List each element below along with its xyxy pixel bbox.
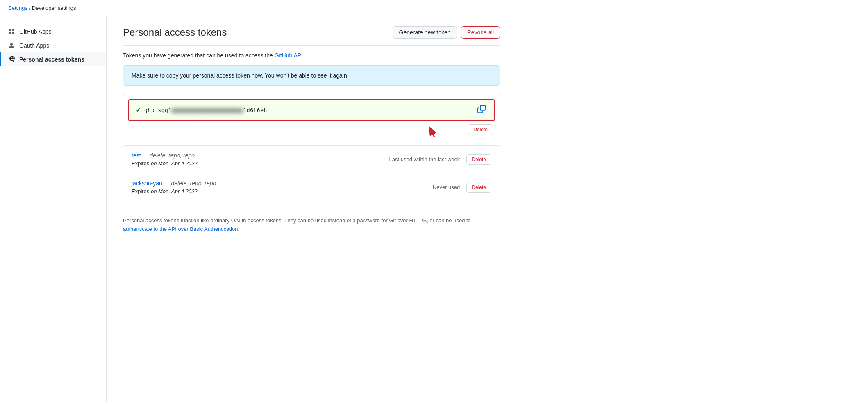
table-row: jackson-yan — delete_repo, repo Expires …: [123, 173, 500, 201]
generate-new-token-button[interactable]: Generate new token: [393, 26, 457, 39]
page-title: Personal access tokens: [123, 27, 227, 38]
token-box-delete-button[interactable]: Delete: [468, 124, 493, 135]
breadcrumb: Settings / Developer settings: [0, 0, 868, 16]
token-used-label-jackson-yan: Never used: [433, 184, 460, 190]
token-actions-jackson-yan: Never used Delete: [433, 182, 491, 193]
token-used-label-test: Last used within the last week: [389, 156, 460, 162]
sidebar-item-oauth-apps-label: Oauth Apps: [19, 42, 49, 49]
authenticate-api-link[interactable]: authenticate to the API over Basic Authe…: [123, 226, 238, 232]
token-copy-row: ✓ ghp_sgq1●●●●●●●●●●●●●●●●●●●●●1d6l6eh: [128, 99, 495, 121]
alert-text: Make sure to copy your personal access t…: [132, 72, 349, 79]
token-list: test — delete_repo, repo Expires on Mon,…: [123, 145, 500, 201]
token-scopes-jackson-yan: delete_repo, repo: [171, 180, 216, 187]
grid-icon: [8, 28, 15, 35]
description-text: Tokens you have generated that can be us…: [123, 52, 500, 59]
token-expires-test: Expires on Mon, Apr 4 2022.: [132, 160, 389, 167]
token-check-icon: ✓: [136, 106, 141, 114]
token-name-line-jackson-yan: jackson-yan — delete_repo, repo: [132, 180, 433, 187]
main-content: Personal access tokens Generate new toke…: [107, 16, 516, 402]
github-api-link[interactable]: GitHub API: [275, 52, 303, 59]
revoke-all-button[interactable]: Revoke all: [461, 26, 500, 39]
token-name-test[interactable]: test: [132, 152, 141, 159]
token-delete-button-test[interactable]: Delete: [466, 154, 491, 165]
token-expires-jackson-yan: Expires on Mon, Apr 4 2022.: [132, 188, 433, 194]
token-info-jackson-yan: jackson-yan — delete_repo, repo Expires …: [132, 180, 433, 194]
svg-rect-2: [9, 32, 11, 34]
token-box-delete-row: Delete: [123, 124, 500, 137]
header-divider: [123, 45, 500, 46]
header-buttons: Generate new token Revoke all: [393, 26, 500, 39]
breadcrumb-current: Developer settings: [32, 5, 76, 11]
svg-rect-3: [12, 32, 14, 34]
token-box: ✓ ghp_sgq1●●●●●●●●●●●●●●●●●●●●●1d6l6eh: [123, 94, 500, 137]
copy-token-button[interactable]: [476, 104, 487, 116]
person-icon: [8, 42, 15, 49]
breadcrumb-separator: /: [29, 5, 32, 11]
svg-point-4: [10, 43, 13, 46]
svg-rect-1: [12, 29, 14, 31]
sidebar-item-github-apps-label: GitHub Apps: [19, 28, 52, 35]
footer-text-2: .: [238, 226, 239, 232]
token-actions-test: Last used within the last week Delete: [389, 154, 491, 165]
token-name-jackson-yan[interactable]: jackson-yan: [132, 180, 162, 187]
key-icon: [8, 56, 15, 63]
token-scope-separator-jackson-yan: —: [164, 180, 171, 187]
token-scope-separator-test: —: [142, 152, 150, 159]
page-header: Personal access tokens Generate new toke…: [123, 26, 500, 39]
token-copy-wrapper: ✓ ghp_sgq1●●●●●●●●●●●●●●●●●●●●●1d6l6eh: [123, 99, 500, 121]
sidebar-item-oauth-apps[interactable]: Oauth Apps: [0, 39, 106, 52]
settings-link[interactable]: Settings: [8, 5, 27, 11]
token-name-line-test: test — delete_repo, repo: [132, 152, 389, 159]
sidebar-item-github-apps[interactable]: GitHub Apps: [0, 25, 106, 39]
token-scopes-test: delete_repo, repo: [150, 152, 195, 159]
sidebar-item-personal-access-tokens-label: Personal access tokens: [19, 56, 84, 63]
footer-divider: [123, 210, 500, 210]
footer-text: Personal access tokens function like ord…: [123, 217, 500, 234]
sidebar: GitHub Apps Oauth Apps Personal access t…: [0, 16, 107, 402]
sidebar-item-personal-access-tokens[interactable]: Personal access tokens: [0, 52, 106, 66]
token-info-test: test — delete_repo, repo Expires on Mon,…: [132, 152, 389, 167]
svg-rect-0: [9, 29, 11, 31]
token-value-display: ghp_sgq1●●●●●●●●●●●●●●●●●●●●●1d6l6eh: [144, 107, 473, 113]
alert-info: Make sure to copy your personal access t…: [123, 65, 500, 86]
token-delete-button-jackson-yan[interactable]: Delete: [466, 182, 491, 193]
table-row: test — delete_repo, repo Expires on Mon,…: [123, 146, 500, 173]
footer-text-1: Personal access tokens function like ord…: [123, 217, 471, 224]
